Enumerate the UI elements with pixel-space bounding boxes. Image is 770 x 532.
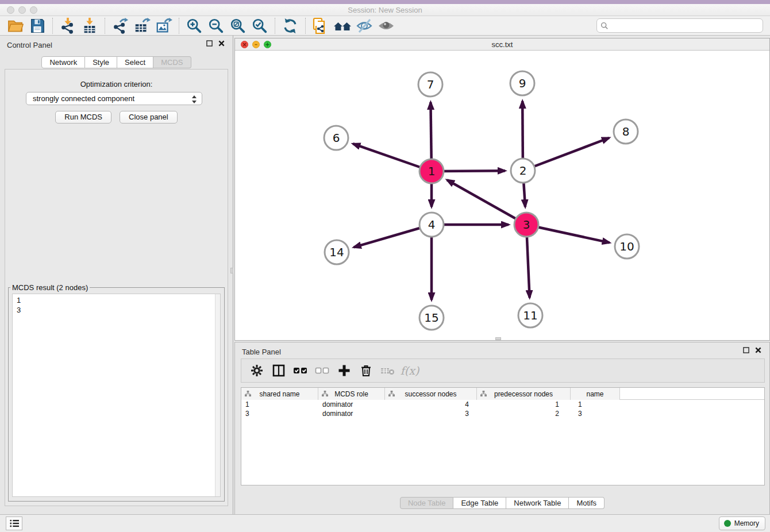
table-cell[interactable]: 1 — [241, 400, 318, 409]
table-body: 1dominator4113dominator323 — [241, 400, 764, 418]
table-cell[interactable]: dominator — [318, 409, 385, 418]
graph-node-label: 2 — [519, 164, 527, 178]
table-cell[interactable]: 3 — [571, 409, 620, 418]
mcds-result-box[interactable]: 1 3 — [12, 294, 221, 497]
run-mcds-button[interactable]: Run MCDS — [55, 111, 111, 124]
show-task-history-button[interactable] — [6, 516, 22, 530]
float-panel-icon[interactable] — [743, 347, 749, 353]
graph-node-label: 9 — [519, 76, 526, 90]
zoom-out-icon[interactable] — [207, 17, 225, 35]
tab-network[interactable]: Network — [41, 56, 85, 68]
list-icon — [9, 519, 20, 528]
save-session-icon[interactable] — [28, 17, 47, 35]
table-cell[interactable]: 2 — [477, 409, 571, 418]
delete-row-icon[interactable] — [357, 362, 375, 379]
column-header-label: shared name — [259, 390, 299, 398]
column-header-successor-nodes[interactable]: successor nodes — [385, 388, 477, 400]
result-scrollbar[interactable] — [215, 294, 220, 496]
clone-network-icon[interactable] — [311, 17, 330, 35]
toolbar-separator — [179, 18, 179, 34]
table-tabs: Node Table Edge Table Network Table Moti… — [235, 497, 769, 509]
export-image-icon[interactable] — [155, 17, 173, 35]
import-network-icon[interactable] — [59, 17, 77, 35]
memory-status-icon — [724, 520, 731, 527]
float-panel-icon[interactable] — [206, 40, 213, 47]
tab-style[interactable]: Style — [85, 56, 117, 68]
control-panel: Control Panel Network Style Select MCDS … — [0, 36, 233, 514]
close-panel-icon[interactable] — [755, 347, 761, 353]
table-row[interactable]: 1dominator411 — [241, 400, 764, 409]
table-cell[interactable]: 1 — [477, 400, 571, 409]
network-window-titlebar: × – + scc.txt — [235, 38, 769, 51]
table-cell[interactable]: 3 — [385, 409, 477, 418]
splitter-handle[interactable] — [230, 268, 233, 273]
column-type-icon — [480, 391, 487, 397]
show-column-icon[interactable] — [270, 362, 287, 379]
zoom-in-icon[interactable] — [185, 17, 203, 35]
select-all-icon[interactable] — [292, 362, 309, 379]
open-session-icon[interactable] — [6, 17, 25, 35]
control-panel-title: Control Panel — [7, 41, 52, 49]
optimization-criterion-label: Optimization criterion: — [5, 80, 228, 88]
node-table[interactable]: shared nameMCDS rolesuccessor nodesprede… — [241, 387, 765, 485]
tab-network-table[interactable]: Network Table — [506, 497, 569, 509]
function-builder-icon[interactable]: f(x) — [401, 362, 418, 379]
unselect-all-icon[interactable] — [314, 362, 331, 379]
graph-edge-2-8[interactable] — [523, 138, 609, 171]
table-header-row: shared nameMCDS rolesuccessor nodesprede… — [241, 388, 764, 400]
network-view-window: × – + scc.txt 1234678910111415 — [234, 38, 770, 341]
export-table-icon[interactable] — [133, 17, 151, 35]
table-cell[interactable]: dominator — [318, 400, 385, 409]
column-header-label: MCDS role — [334, 390, 368, 398]
table-options-icon[interactable] — [248, 362, 265, 379]
graph-node-label: 8 — [622, 125, 630, 138]
zoom-selected-icon[interactable] — [251, 17, 269, 35]
export-network-icon[interactable] — [111, 17, 129, 35]
search-input[interactable] — [596, 18, 763, 33]
splitter-handle[interactable] — [495, 337, 501, 340]
column-header-label: predecessor nodes — [494, 390, 553, 398]
network-graph-canvas[interactable]: 1234678910111415 — [235, 51, 769, 340]
column-header-shared-name[interactable]: shared name — [241, 388, 318, 400]
import-table-icon[interactable] — [80, 17, 99, 35]
zoom-fit-icon[interactable] — [229, 17, 247, 35]
memory-label: Memory — [734, 519, 759, 527]
fx-label: f(x) — [401, 364, 419, 377]
column-header-predecessor-nodes[interactable]: predecessor nodes — [477, 388, 571, 400]
tab-select[interactable]: Select — [117, 56, 153, 68]
first-neighbors-icon[interactable] — [333, 17, 352, 35]
mcds-tab-content: Optimization criterion: strongly connect… — [5, 69, 228, 506]
toolbar-separator — [305, 18, 306, 34]
mcds-result-fieldset: MCDS result (2 nodes) 1 3 — [8, 283, 225, 502]
close-panel-button[interactable]: Close panel — [120, 111, 178, 124]
background-window-edge — [0, 0, 770, 4]
optimization-criterion-select[interactable]: strongly connected component — [26, 92, 202, 105]
column-header-name[interactable]: name — [571, 388, 620, 400]
table-cell[interactable]: 1 — [571, 400, 620, 409]
close-panel-icon[interactable] — [218, 40, 225, 47]
show-graphics-details-icon[interactable] — [377, 17, 395, 35]
column-type-icon — [245, 391, 251, 397]
tab-motifs[interactable]: Motifs — [569, 497, 605, 509]
tab-mcds[interactable]: MCDS — [153, 56, 191, 68]
column-header-MCDS-role[interactable]: MCDS role — [318, 388, 385, 400]
memory-button[interactable]: Memory — [719, 516, 765, 530]
graph-node-label: 4 — [428, 218, 436, 232]
app-title: Session: New Session — [0, 6, 770, 14]
hide-graphics-details-icon[interactable] — [355, 17, 374, 35]
table-row[interactable]: 3dominator323 — [241, 409, 764, 418]
toolbar-separator — [105, 18, 105, 34]
delete-table-icon[interactable] — [379, 362, 396, 379]
table-cell[interactable]: 3 — [241, 409, 318, 418]
add-row-icon[interactable] — [336, 362, 353, 379]
table-cell[interactable]: 4 — [385, 400, 477, 409]
search-field — [596, 18, 763, 33]
graph-edge-3-1[interactable] — [447, 180, 526, 225]
workspace: × – + scc.txt 1234678910111415 Table Pan… — [233, 36, 770, 514]
select-chevrons-icon — [190, 94, 199, 105]
tab-edge-table[interactable]: Edge Table — [453, 497, 506, 509]
refresh-view-icon[interactable] — [281, 17, 299, 35]
tab-node-table[interactable]: Node Table — [400, 497, 454, 509]
optimization-criterion-value: strongly connected component — [33, 94, 134, 103]
toolbar-separator — [275, 18, 275, 34]
